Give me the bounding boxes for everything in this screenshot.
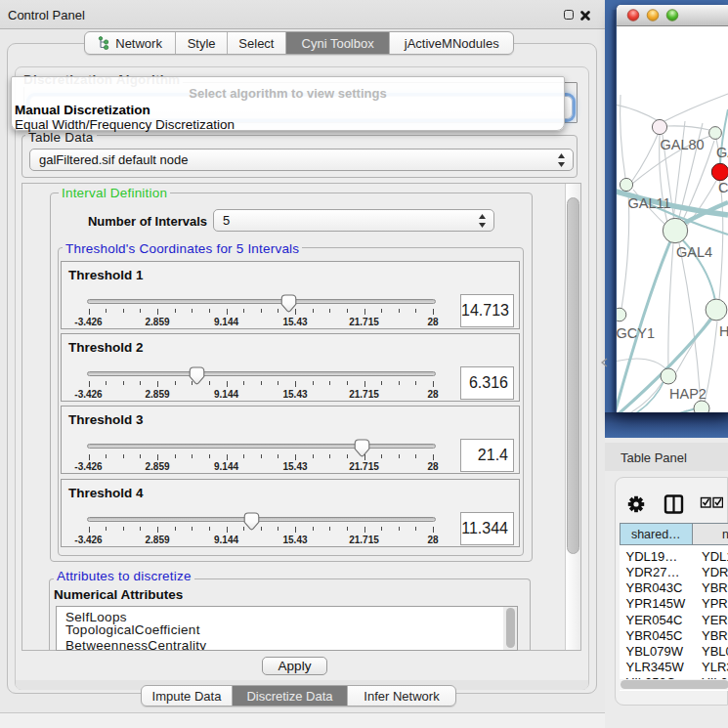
svg-text:GAL11: GAL11 [628,195,671,211]
svg-text:CYC: CYC [718,180,728,195]
svg-text:GAL1: GAL1 [716,145,728,160]
svg-text:GCY1: GCY1 [617,325,655,341]
svg-text:GAL4: GAL4 [676,244,712,260]
svg-text:HAP2: HAP2 [669,386,707,402]
svg-text:GAL80: GAL80 [661,137,705,152]
svg-text:HIS: HIS [719,323,728,339]
